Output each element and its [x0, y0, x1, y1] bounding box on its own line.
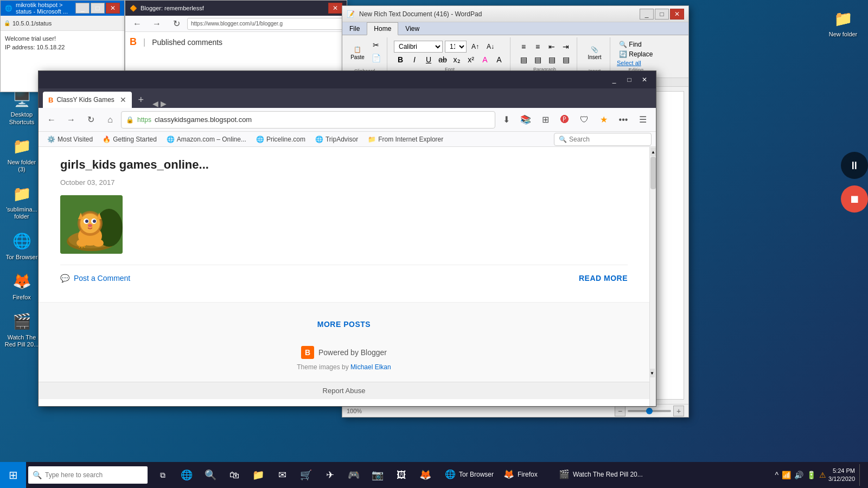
insert-btn[interactable]: 📎 Insert [584, 39, 605, 67]
firefox-star-btn[interactable]: ★ [595, 111, 612, 129]
chevron-up-icon[interactable]: ^ [775, 471, 778, 479]
volume-icon[interactable]: 🔊 [794, 471, 803, 479]
network-icon[interactable]: 📶 [782, 471, 791, 479]
wordpad-minimize-btn[interactable]: _ [640, 9, 654, 20]
blogger-bg-close-btn[interactable]: ✕ [328, 3, 342, 14]
zoom-out-btn[interactable]: − [615, 406, 626, 416]
mikrotik-maximize-btn[interactable]: □ [91, 3, 105, 14]
firefox-downloads-btn[interactable]: ⬇ [497, 111, 515, 129]
ribbon-tab-view[interactable]: View [398, 22, 426, 35]
read-more-btn[interactable]: READ MORE [579, 274, 628, 282]
firefox-addressbar[interactable]: 🔒 https classykidsgames.blogspot.com [121, 111, 495, 129]
mikrotik-minimize-btn[interactable]: _ [75, 3, 90, 14]
scroll-thumb[interactable] [650, 157, 656, 189]
firefox-pocket-btn[interactable]: 🅟 [556, 111, 573, 129]
taskbar-search-btn[interactable]: 🔍 [200, 462, 221, 488]
zoom-in-btn[interactable]: + [673, 406, 684, 416]
start-button[interactable]: ⊞ [0, 462, 26, 488]
bold-btn[interactable]: B [394, 54, 407, 66]
align-right-btn[interactable]: ▤ [545, 54, 558, 66]
taskbar-search-box[interactable]: 🔍 [28, 466, 148, 484]
shrink-font-btn[interactable]: A↓ [484, 41, 497, 53]
firefox-bookmarks-btn[interactable]: 📚 [517, 111, 534, 129]
ribbon-tab-home[interactable]: Home [367, 22, 398, 35]
pause-recording-btn[interactable]: ⏸ [841, 152, 868, 179]
firefox-new-tab-btn[interactable]: + [133, 92, 149, 108]
tab-scroll-left[interactable]: ◀ [152, 99, 158, 108]
firefox-maximize-btn[interactable]: □ [622, 74, 636, 86]
taskbar-mail-btn[interactable]: ✉ [271, 462, 293, 488]
theme-author-link[interactable]: Michael Elkan [350, 363, 391, 371]
desktop-icon-watch[interactable]: 🎬 Watch The Red Pill 20... [2, 309, 41, 350]
firefox-minimize-btn[interactable]: _ [607, 74, 621, 86]
more-posts-btn[interactable]: MORE POSTS [60, 313, 628, 335]
bookmark-tripadvisor[interactable]: 🌐 TripAdvisor [311, 134, 362, 144]
firefox-forward-btn[interactable]: → [62, 111, 80, 129]
desktop-icon-sublimina[interactable]: 📁 'sublimina... folder [2, 181, 41, 222]
blogger-back-btn[interactable]: ← [129, 15, 146, 33]
bookmark-amazon[interactable]: 🌐 Amazon.com – Online... [162, 134, 251, 144]
taskbar-search-input[interactable] [45, 471, 137, 479]
taskbar-firefox-btn[interactable]: 🦊 [414, 462, 436, 488]
mikrotik-close-btn[interactable]: ✕ [106, 3, 120, 14]
grow-font-btn[interactable]: A↑ [469, 41, 482, 53]
paste-btn[interactable]: 📋 Paste [347, 39, 368, 67]
firefox-close-btn[interactable]: ✕ [637, 74, 652, 86]
ribbon-tab-file[interactable]: File [342, 22, 367, 35]
taskbar-amazon-btn[interactable]: 🛒 [295, 462, 317, 488]
cut-btn[interactable]: ✂ [369, 39, 382, 51]
highlight-btn[interactable]: A [478, 54, 492, 66]
taskbar-photos-btn[interactable]: 🖼 [391, 462, 412, 488]
firefox-back-btn[interactable]: ← [43, 111, 60, 129]
security-tray-icon[interactable]: ⚠ [819, 471, 826, 479]
taskbar-task-view-btn[interactable]: ⧉ [152, 462, 174, 488]
wordpad-maximize-btn[interactable]: □ [655, 9, 669, 20]
firefox-tab-classykids[interactable]: B ClassY Kids Games ✕ [43, 92, 132, 108]
select-all-btn[interactable]: Select all [617, 60, 655, 66]
wordpad-close-btn[interactable]: ✕ [670, 9, 684, 20]
font-color-btn[interactable]: A [493, 54, 506, 66]
battery-icon[interactable]: 🔋 [807, 471, 816, 479]
replace-btn[interactable]: 🔄 Replace [617, 50, 655, 59]
bookmark-from-ie[interactable]: 📁 From Internet Explorer [363, 134, 448, 144]
align-center-btn[interactable]: ▤ [531, 54, 544, 66]
firefox-search-bar[interactable]: 🔍 [554, 133, 652, 146]
italic-btn[interactable]: I [408, 54, 421, 66]
tab-scroll-right[interactable]: ▶ [161, 99, 167, 108]
subscript-btn[interactable]: x₂ [450, 54, 463, 66]
taskbar-trip-btn[interactable]: ✈ [319, 462, 341, 488]
taskbar-app-tor[interactable]: 🌐 Tor Browser [441, 462, 498, 488]
desktop-icon-firefox[interactable]: 🦊 Firefox [2, 268, 41, 303]
firefox-container-btn[interactable]: ⊞ [537, 111, 554, 129]
desktop-icon-new-folder-3[interactable]: 📁 New folder (3) [2, 133, 41, 175]
firefox-home-btn[interactable]: ⌂ [101, 111, 119, 129]
scroll-down-btn[interactable]: ▼ [649, 369, 655, 377]
search-input[interactable] [569, 136, 645, 143]
firefox-more-btn[interactable]: ••• [615, 111, 632, 129]
firefox-window[interactable]: _ □ ✕ B ClassY Kids Games ✕ + ◀ ▶ ← → ↻ … [38, 70, 656, 407]
blogger-urlbar[interactable]: https://www.blogger.com/u/1/blogger.g [187, 18, 343, 30]
bookmark-getting-started[interactable]: 🔥 Getting Started [98, 134, 161, 144]
firefox-menu-btn[interactable]: ☰ [634, 111, 652, 129]
taskbar-game-btn[interactable]: 🎮 [343, 462, 365, 488]
decrease-indent-btn[interactable]: ⇤ [545, 41, 558, 53]
firefox-tab-close-btn[interactable]: ✕ [120, 95, 126, 104]
show-desktop-btn[interactable] [859, 464, 864, 486]
desktop-icon-new-folder-top[interactable]: 📁 New folder [824, 5, 863, 40]
strikethrough-btn[interactable]: ab [436, 54, 449, 66]
font-family-select[interactable]: Calibri [394, 41, 443, 53]
taskbar-store-btn[interactable]: 🛍 [224, 462, 245, 488]
report-abuse-bar[interactable]: Report Abuse [39, 382, 649, 399]
blogger-refresh-btn[interactable]: ↻ [168, 15, 185, 33]
bullet-list-btn[interactable]: ≡ [517, 41, 530, 53]
font-size-select[interactable]: 11 [445, 41, 467, 53]
firefox-refresh-btn[interactable]: ↻ [82, 111, 99, 129]
taskbar-camera-btn[interactable]: 📷 [367, 462, 388, 488]
blogger-forward-btn[interactable]: → [148, 15, 165, 33]
taskbar-datetime[interactable]: 5:24 PM 3/12/2020 [828, 467, 855, 484]
stop-recording-btn[interactable]: ⏹ [841, 185, 868, 213]
bookmark-priceline[interactable]: 🌐 Priceline.com [252, 134, 310, 144]
underline-btn[interactable]: U [422, 54, 435, 66]
taskbar-app-firefox[interactable]: 🦊 Firefox [499, 462, 553, 488]
scroll-up-btn[interactable]: ▲ [650, 147, 656, 156]
